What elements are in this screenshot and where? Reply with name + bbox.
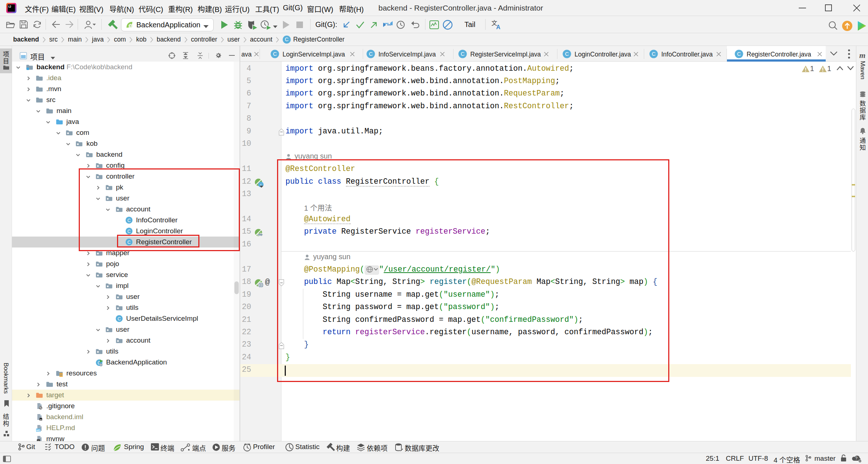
svg-text:C: C bbox=[652, 51, 656, 57]
svg-text:?: ? bbox=[855, 456, 857, 460]
svg-text:C: C bbox=[118, 316, 121, 321]
svg-text:MD: MD bbox=[36, 429, 40, 432]
svg-text:C: C bbox=[273, 51, 277, 57]
svg-text:C: C bbox=[565, 51, 569, 57]
svg-text:C: C bbox=[369, 51, 373, 57]
svg-text:C: C bbox=[737, 51, 741, 57]
svg-text:C: C bbox=[285, 36, 289, 42]
svg-text:C: C bbox=[461, 51, 465, 57]
svg-text:A: A bbox=[496, 24, 501, 30]
